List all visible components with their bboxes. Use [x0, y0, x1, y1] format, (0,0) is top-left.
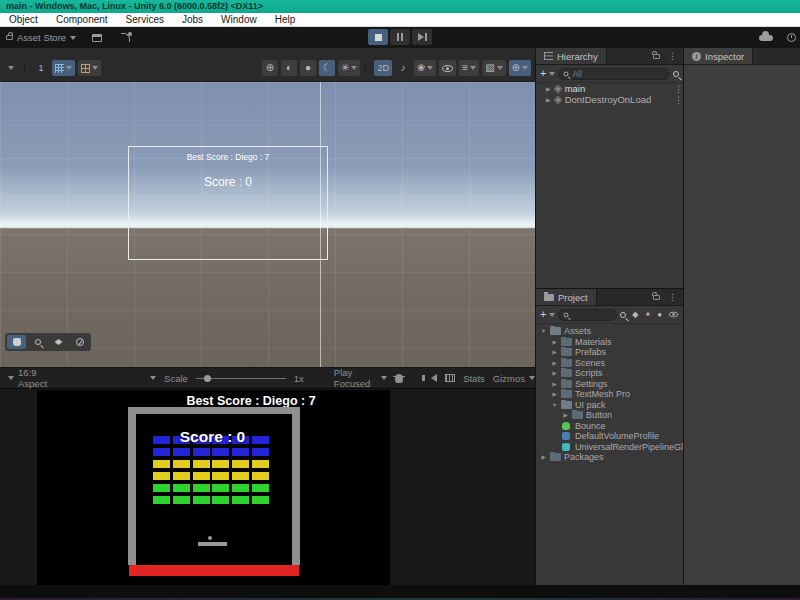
expand-arrow-icon[interactable]: ▼	[540, 328, 547, 334]
scene-search-button[interactable]	[28, 335, 47, 349]
cloud-icon[interactable]	[759, 35, 773, 41]
menu-item[interactable]: Object	[0, 13, 47, 27]
asset-store-button[interactable]: Asset Store	[17, 32, 66, 43]
search-by-label-icon[interactable]: ◆	[632, 311, 638, 319]
debug-bug-button[interactable]	[395, 374, 403, 383]
project-tree-row[interactable]: ▼ UI pack	[536, 400, 683, 411]
expand-arrow-icon[interactable]: ▼	[551, 402, 558, 408]
project-tree-row[interactable]: ▶ Scenes	[536, 358, 683, 369]
menu-item[interactable]: Component	[47, 13, 117, 27]
scale-dropdown-caret[interactable]	[150, 376, 156, 380]
audio-mute-button[interactable]: ♪	[395, 60, 411, 76]
menu-item[interactable]: Window	[212, 13, 266, 27]
step-button[interactable]	[412, 29, 432, 45]
project-tree-row[interactable]: UniversalRenderPipelineGlobalS	[536, 442, 683, 453]
expand-arrow-icon[interactable]: ▶	[551, 381, 558, 387]
expand-arrow-icon[interactable]: ▶	[551, 391, 558, 397]
project-tree-row[interactable]: ▶ Button	[536, 410, 683, 421]
project-tree-row[interactable]: ▶ Packages	[536, 452, 683, 463]
hierarchy-search-input[interactable]: All	[558, 68, 670, 80]
view-tool-button[interactable]	[7, 335, 26, 349]
info-icon[interactable]: ●	[657, 311, 662, 319]
expand-arrow-icon[interactable]: ▶	[551, 339, 558, 345]
orientation-compass-button[interactable]	[70, 335, 89, 349]
camera-settings-button[interactable]: ▧	[482, 60, 505, 76]
tool-settings-dropdown[interactable]	[3, 60, 19, 76]
layers-icon	[55, 339, 63, 345]
scene-layers-button[interactable]	[49, 335, 68, 349]
expand-arrow-icon[interactable]: ▶	[562, 412, 569, 418]
gizmos-dropdown[interactable]: Gizmos	[493, 373, 535, 384]
expand-arrow-icon[interactable]: ▶	[551, 349, 558, 355]
expand-arrow-icon[interactable]: ▶	[551, 360, 558, 366]
expand-arrow-icon[interactable]: ▶	[546, 85, 551, 92]
expand-arrow-icon[interactable]: ▶	[551, 370, 558, 376]
ui-canvas-outline[interactable]: Best Score : Diego : 7 Score : 0	[128, 146, 328, 260]
kebab-menu-icon[interactable]: ⋮	[668, 292, 677, 302]
add-asset-button[interactable]: +	[540, 309, 546, 320]
focus-mode-dropdown[interactable]: Play Focused	[334, 367, 377, 389]
collab-icon[interactable]	[118, 32, 132, 44]
favorites-icon[interactable]: ✦	[644, 311, 651, 319]
hidden-eye-icon[interactable]	[669, 312, 678, 318]
project-tree-row[interactable]: ▶ Prefabs	[536, 347, 683, 358]
lighting-toggle-button[interactable]: ●	[300, 60, 316, 76]
project-tree-row[interactable]: ▼ Assets	[536, 326, 683, 337]
search-by-type-icon[interactable]	[620, 312, 626, 318]
project-tree-row[interactable]: ▶ Scripts	[536, 368, 683, 379]
aspect-ratio-dropdown[interactable]: 16:9 Aspect	[18, 367, 55, 389]
shaded-mode-button[interactable]: ◐	[281, 60, 297, 76]
unlock-icon[interactable]	[653, 54, 660, 59]
expand-arrow-icon[interactable]: ▶	[546, 96, 551, 103]
snap-settings-button[interactable]	[78, 60, 101, 76]
add-gameobject-button[interactable]: +	[540, 68, 546, 79]
kebab-menu-icon[interactable]: ⋮	[668, 51, 677, 61]
play-controls	[368, 29, 432, 45]
project-tree-row[interactable]: DefaultVolumeProfile	[536, 431, 683, 442]
gizmos-nav-button[interactable]: ⊕	[509, 60, 531, 76]
stats-button[interactable]: Stats	[463, 373, 485, 384]
pause-button[interactable]	[390, 29, 410, 45]
tab-hierarchy[interactable]: Hierarchy	[536, 48, 607, 64]
hierarchy-row[interactable]: ▶ main ⋮	[536, 83, 683, 94]
effects-button[interactable]: ❀	[414, 60, 436, 76]
project-tree-row[interactable]: ▶ Settings	[536, 379, 683, 390]
project-search-input[interactable]	[558, 309, 617, 321]
grid-size-value[interactable]: 1	[33, 60, 49, 76]
unlock-icon[interactable]	[653, 295, 660, 300]
mute-audio-button[interactable]	[431, 374, 437, 382]
hierarchy-row[interactable]: ▶ DontDestroyOnLoad ⋮	[536, 94, 683, 105]
menu-item[interactable]: Services	[117, 13, 173, 27]
kebab-menu-icon[interactable]: ⋮	[674, 95, 683, 105]
display-dropdown[interactable]: 16:9 Aspect	[8, 367, 55, 389]
archive-icon[interactable]	[90, 32, 104, 44]
scene-visibility-button[interactable]	[439, 60, 456, 76]
grid-visibility-button[interactable]	[52, 60, 75, 76]
add-dropdown-caret[interactable]	[549, 72, 555, 76]
history-clock-icon[interactable]	[787, 33, 796, 42]
chevron-down-icon[interactable]	[70, 36, 76, 40]
window-titlebar[interactable]: main - Windows, Mac, Linux - Unity 6.0 (…	[0, 0, 800, 13]
scale-slider[interactable]	[196, 378, 286, 379]
menu-item[interactable]: Jobs	[173, 13, 212, 27]
project-tree-row[interactable]: ▶ TextMesh Pro	[536, 389, 683, 400]
mode-2d-button[interactable]: 2D	[374, 60, 392, 76]
layers-button[interactable]: ≡	[459, 60, 479, 76]
expand-arrow-icon[interactable]: ▶	[540, 454, 547, 460]
project-tree-row[interactable]: ▶ Materials	[536, 337, 683, 348]
scale-slider-knob[interactable]	[204, 375, 211, 382]
flare-toggle-button[interactable]: ✳	[338, 60, 360, 76]
add-dropdown-caret[interactable]	[549, 313, 555, 317]
play-button[interactable]	[368, 29, 388, 45]
skybox-toggle-button[interactable]: ☾	[319, 60, 335, 76]
kebab-menu-icon[interactable]: ⋮	[674, 84, 683, 94]
menu-item[interactable]: Help	[266, 13, 305, 27]
project-tree-row[interactable]: Bounce	[536, 421, 683, 432]
render-mode-button[interactable]: ⊕	[262, 60, 278, 76]
search-window-icon[interactable]	[673, 71, 679, 77]
vsync-button[interactable]	[445, 374, 455, 382]
game-viewport[interactable]: Best Score : Diego : 7 Score : 0	[37, 390, 390, 585]
tab-project[interactable]: Project	[536, 289, 597, 305]
tab-inspector[interactable]: i Inspector	[684, 48, 753, 64]
scene-viewport[interactable]: Best Score : Diego : 7 Score : 0	[0, 82, 535, 367]
